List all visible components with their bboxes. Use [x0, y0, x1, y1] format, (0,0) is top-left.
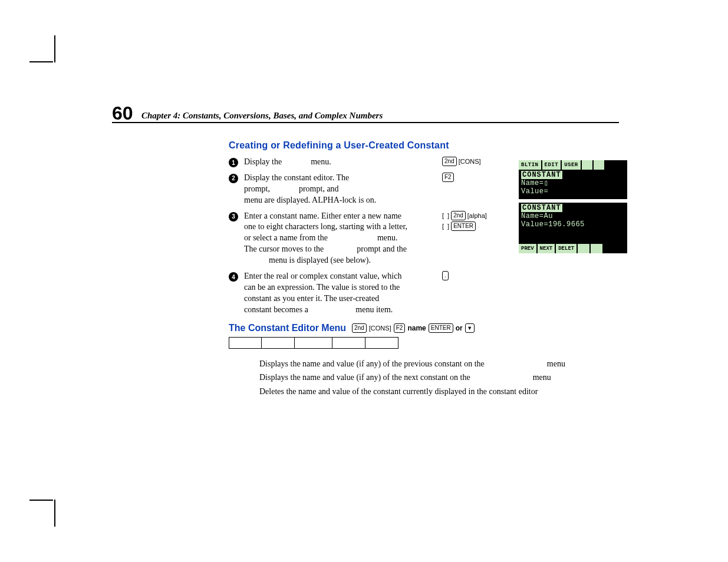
lcd-tab-blank: [578, 244, 591, 253]
crop-mark: [54, 35, 55, 62]
body: Creating or Redefining a User-Created Co…: [229, 140, 624, 399]
step-keys: F2: [442, 173, 507, 182]
menu-descriptions: Displays the name and value (if any) of …: [259, 357, 624, 399]
page-number: 60: [112, 103, 133, 124]
step-keys: 2nd [CONS]: [442, 157, 507, 166]
menu-box: [295, 337, 332, 349]
step-text: Display the constant editor. The prompt,…: [244, 173, 433, 206]
key-alpha-label: [alpha]: [467, 212, 487, 219]
page: 60 Chapter 4: Constants, Conversions, Ba…: [0, 0, 728, 562]
step-text: Display the menu.: [244, 157, 433, 168]
subsection-heading: The Constant Editor Menu: [229, 323, 346, 333]
step-text: Enter a constant name. Either enter a ne…: [244, 211, 433, 266]
menu-box: [262, 337, 295, 349]
down-arrow-icon: ▼: [465, 323, 475, 333]
lcd-tab: DELET: [556, 244, 578, 253]
lcd-line: Value=: [521, 187, 625, 196]
bracket-close: ]: [447, 212, 449, 219]
lcd-screenshot-1: BLTIN EDIT USER CONSTANT Name=▯ Value=: [519, 160, 627, 199]
step-bullet: 1: [229, 158, 238, 167]
desc-row: Displays the name and value (if any) of …: [259, 371, 624, 385]
crop-mark: [54, 500, 55, 527]
key-cons-label: [CONS]: [459, 158, 481, 165]
steps-and-figures: 1 Display the menu. 2nd [CONS] 2: [229, 157, 624, 316]
key-cons-label: [CONS]: [369, 325, 391, 332]
lcd-tab: BLTIN: [519, 160, 542, 170]
desc-text: Deletes the name and value of the consta…: [259, 385, 538, 399]
key-2nd: 2nd: [442, 157, 457, 166]
step-bullet: 2: [229, 174, 238, 183]
calculator-screenshots: BLTIN EDIT USER CONSTANT Name=▯ Value=: [519, 160, 630, 256]
bracket-open: [: [442, 223, 444, 230]
header-rule: [112, 122, 619, 123]
crop-mark: [29, 61, 53, 62]
lcd-title: CONSTANT: [521, 171, 562, 179]
menu-box: [229, 337, 262, 349]
lcd-tab: NEXT: [538, 244, 556, 253]
desc-text: Displays the name and value (if any) of …: [259, 371, 470, 385]
step-bullet: 4: [229, 272, 238, 282]
lcd-tab: USER: [562, 160, 582, 170]
lcd-tab-blank: [594, 160, 605, 170]
lcd-line: Value=196.9665: [521, 220, 625, 229]
step-text: Enter the real or complex constant value…: [244, 271, 433, 316]
step-bullet: 3: [229, 212, 238, 222]
key-enter: ENTER: [429, 323, 453, 333]
lcd-tab-blank: [582, 160, 594, 170]
key-f2: F2: [442, 173, 454, 182]
lcd-tab-blank: [591, 244, 604, 253]
or-label: or: [456, 324, 463, 332]
chapter-title: Chapter 4: Constants, Conversions, Bases…: [141, 111, 383, 121]
lcd-tab: PREV: [519, 244, 538, 253]
menu-box: [332, 337, 365, 349]
bracket-open: [: [442, 212, 444, 219]
lcd-title: CONSTANT: [521, 204, 562, 212]
desc-text: Displays the name and value (if any) of …: [259, 357, 485, 371]
key-2nd: 2nd: [352, 323, 367, 333]
desc-row: Deletes the name and value of the consta…: [259, 385, 624, 399]
bracket-close: ]: [447, 223, 449, 230]
key-dot: .: [442, 271, 449, 280]
step-keys: .: [442, 271, 507, 280]
crop-mark: [29, 500, 53, 501]
desc-tail: menu: [547, 357, 565, 371]
key-2nd: 2nd: [451, 211, 466, 220]
lcd-line: Name=▯: [521, 179, 625, 187]
desc-tail: menu: [533, 371, 551, 385]
lcd-screenshot-2: CONSTANT Name=Au Value=196.9665 PREV NEX…: [519, 203, 627, 253]
lcd-tab: EDIT: [542, 160, 562, 170]
subsection-heading-row: The Constant Editor Menu 2nd [CONS] F2 n…: [229, 323, 624, 333]
step-keys: [ ] 2nd [alpha] [ ] ENTER: [442, 211, 507, 231]
desc-row: Displays the name and value (if any) of …: [259, 357, 624, 371]
key-name-placeholder: name: [407, 324, 426, 332]
lcd-line: Name=Au: [521, 212, 625, 220]
menu-box-row: [229, 337, 624, 349]
key-f2: F2: [394, 323, 406, 333]
section-heading: Creating or Redefining a User-Created Co…: [229, 140, 624, 151]
subsection-key-sequence: 2nd [CONS] F2 name ENTER or ▼: [352, 323, 475, 333]
menu-box: [365, 337, 398, 349]
key-enter: ENTER: [451, 222, 476, 231]
step-row: 4 Enter the real or complex constant val…: [229, 271, 624, 316]
